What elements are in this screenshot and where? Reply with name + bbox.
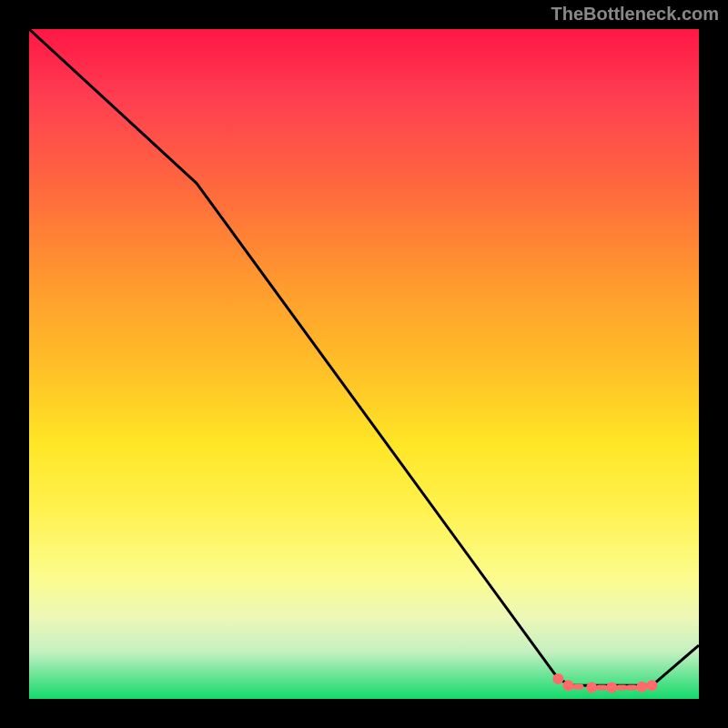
svg-point-5 <box>606 682 617 693</box>
line-layer <box>29 29 699 699</box>
chart-container <box>0 0 728 728</box>
svg-point-8 <box>636 682 647 693</box>
bottleneck-curve <box>29 29 699 685</box>
svg-rect-7 <box>626 685 637 691</box>
svg-point-3 <box>586 682 597 693</box>
svg-point-0 <box>552 673 563 684</box>
svg-point-9 <box>647 680 658 691</box>
svg-rect-4 <box>596 685 607 691</box>
marker-layer <box>552 673 657 693</box>
watermark-text: TheBottleneck.com <box>551 4 719 25</box>
svg-rect-2 <box>573 684 584 690</box>
svg-point-1 <box>563 680 574 691</box>
plot-area <box>29 29 699 699</box>
svg-rect-6 <box>616 685 627 691</box>
